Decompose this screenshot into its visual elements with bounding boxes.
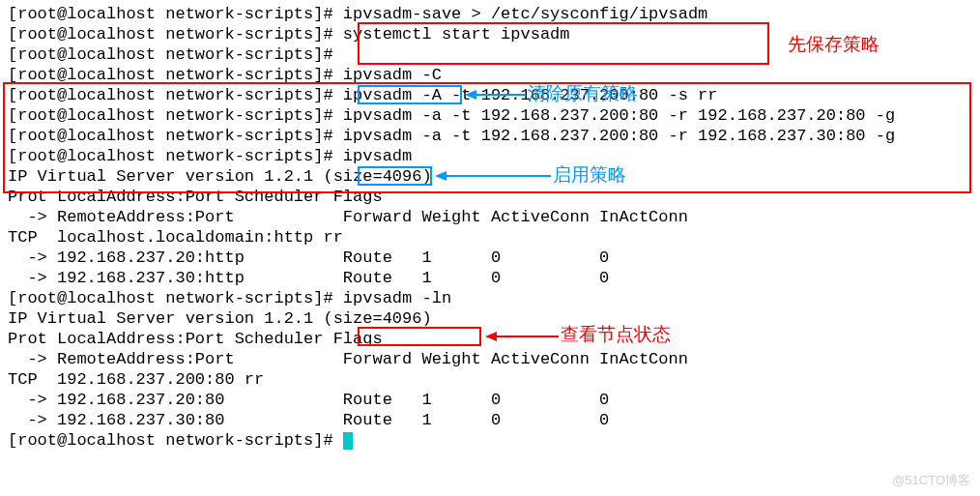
arrow-view-nodes xyxy=(485,329,559,344)
cmd-ipvsadm-ln: ipvsadm -ln xyxy=(343,289,451,307)
output-rs-4: -> 192.168.237.30:80 Route 1 0 0 xyxy=(8,410,972,430)
anno-view-nodes: 查看节点状态 xyxy=(561,324,671,344)
prompt-10: [root@localhost network-scripts]# xyxy=(8,431,343,450)
redbox-save-commands xyxy=(358,22,769,65)
watermark: @51CTO博客 xyxy=(892,470,970,490)
prompt-1: [root@localhost network-scripts]# xyxy=(8,5,343,23)
terminal-screenshot: [root@localhost network-scripts]# ipvsad… xyxy=(0,0,980,496)
output-rs-3: -> 192.168.237.20:80 Route 1 0 0 xyxy=(8,390,972,410)
arrow-enable xyxy=(435,168,551,184)
anno-clear-old: 清除原有策略 xyxy=(528,83,638,103)
svg-marker-5 xyxy=(485,332,497,341)
prompt-3: [root@localhost network-scripts]# xyxy=(8,45,343,64)
output-vs-1: TCP localhost.localdomain:http rr xyxy=(8,227,972,248)
svg-marker-3 xyxy=(435,171,447,181)
redbox-ipvsadm-ln xyxy=(358,327,481,346)
output-ipvs-header-2: IP Virtual Server version 1.2.1 (size=40… xyxy=(8,308,972,329)
cmd-ipvsadm-save: ipvsadm-save > /etc/sysconfig/ipvsadm xyxy=(343,5,707,23)
anno-save-first: 先保存策略 xyxy=(788,34,879,54)
prompt-9: [root@localhost network-scripts]# xyxy=(8,289,343,307)
output-rs-1: -> 192.168.237.20:http Route 1 0 0 xyxy=(8,248,972,268)
arrow-clear-old xyxy=(465,87,526,102)
bluebox-ipvsadm xyxy=(358,166,432,186)
anno-enable: 启用策略 xyxy=(553,164,626,185)
cursor-icon xyxy=(343,432,353,450)
output-rs-2: -> 192.168.237.30:http Route 1 0 0 xyxy=(8,268,972,288)
svg-marker-1 xyxy=(465,90,476,100)
output-cols-4: -> RemoteAddress:Port Forward Weight Act… xyxy=(8,349,972,369)
prompt-2: [root@localhost network-scripts]# xyxy=(8,25,343,44)
output-cols-2: -> RemoteAddress:Port Forward Weight Act… xyxy=(8,207,972,227)
bluebox-ipvsadm-C xyxy=(358,85,462,104)
output-vs-2: TCP 192.168.237.200:80 rr xyxy=(8,369,972,390)
